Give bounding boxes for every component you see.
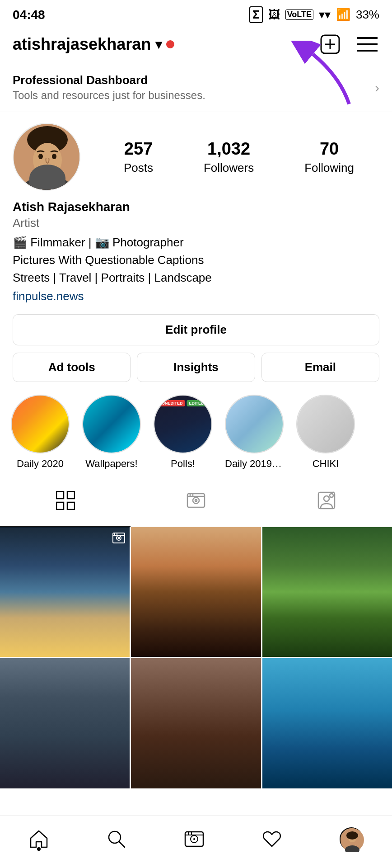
bio-section: Atish Rajasekharan Artist 🎬 Filmmaker | … bbox=[0, 191, 392, 303]
svg-point-9 bbox=[23, 176, 72, 191]
image-icon: 🖼 bbox=[268, 8, 280, 22]
highlight-item[interactable]: Wallpapers! bbox=[82, 395, 141, 470]
following-label: Following bbox=[304, 161, 354, 175]
polls-edited-badge: EDITED bbox=[187, 400, 206, 406]
profile-name: Atish Rajasekharan bbox=[13, 200, 379, 214]
add-icon bbox=[320, 34, 341, 55]
bottom-nav bbox=[0, 815, 392, 868]
hamburger-icon bbox=[357, 36, 378, 52]
svg-rect-14 bbox=[67, 491, 75, 499]
tab-reels[interactable] bbox=[131, 479, 261, 527]
battery-icon: 33% bbox=[356, 8, 379, 22]
tagged-icon bbox=[317, 491, 336, 514]
highlight-label: CHIKI bbox=[313, 458, 339, 470]
live-dot bbox=[166, 40, 174, 48]
svg-point-10 bbox=[33, 143, 62, 177]
highlight-label: Daily 2019! [S2] bbox=[225, 458, 284, 470]
posts-label: Posts bbox=[124, 161, 153, 175]
tab-tagged[interactable] bbox=[261, 479, 392, 527]
following-count: 70 bbox=[320, 139, 339, 160]
highlight-circle bbox=[11, 395, 70, 453]
nav-profile[interactable] bbox=[331, 823, 372, 855]
username-area[interactable]: atishrajasekharan ▾ bbox=[13, 35, 174, 54]
svg-point-37 bbox=[193, 838, 195, 840]
sigma-icon: Σ bbox=[249, 6, 263, 23]
highlight-item[interactable]: Daily 2019! [S2] bbox=[225, 395, 284, 470]
photo-cell[interactable] bbox=[131, 658, 261, 788]
menu-button[interactable] bbox=[355, 34, 379, 54]
pro-dashboard-chevron-icon: › bbox=[375, 80, 379, 95]
email-button[interactable]: Email bbox=[261, 353, 379, 382]
home-active-dot bbox=[37, 847, 41, 851]
photo-cell[interactable] bbox=[0, 527, 130, 657]
nav-profile-avatar bbox=[340, 827, 363, 851]
posts-count: 257 bbox=[124, 139, 153, 160]
tab-grid[interactable] bbox=[0, 479, 131, 527]
highlight-item[interactable]: UNEDITED EDITED Polls! bbox=[154, 395, 212, 470]
svg-point-29 bbox=[118, 538, 120, 539]
reels-nav-icon bbox=[184, 829, 204, 849]
svg-rect-16 bbox=[67, 502, 75, 509]
profile-stats: 257 Posts 1,032 Followers 70 Following bbox=[98, 139, 379, 175]
profile-link[interactable]: finpulse.news bbox=[13, 289, 379, 303]
add-post-button[interactable] bbox=[318, 32, 342, 57]
profile-section: 257 Posts 1,032 Followers 70 Following bbox=[0, 112, 392, 191]
svg-point-12 bbox=[52, 154, 56, 159]
posts-stat[interactable]: 257 Posts bbox=[124, 139, 153, 175]
svg-point-24 bbox=[324, 496, 329, 501]
highlight-label: Daily 2020 bbox=[17, 458, 64, 470]
highlight-circle bbox=[296, 395, 355, 453]
photo-cell[interactable] bbox=[0, 658, 130, 788]
pro-dashboard-banner[interactable]: Professional Dashboard Tools and resourc… bbox=[0, 63, 392, 112]
svg-point-25 bbox=[330, 494, 333, 497]
profile-category: Artist bbox=[13, 216, 379, 230]
photo-grid bbox=[0, 527, 392, 788]
highlight-item[interactable]: CHIKI bbox=[296, 395, 355, 470]
highlights-section: Daily 2020 Wallpapers! UNEDITED EDITED P… bbox=[0, 382, 392, 479]
photo-cell[interactable] bbox=[262, 527, 392, 657]
nav-avatar-svg bbox=[341, 828, 364, 852]
edit-profile-button[interactable]: Edit profile bbox=[13, 314, 379, 345]
username-text: atishrajasekharan bbox=[13, 35, 151, 54]
photo-cell[interactable] bbox=[131, 527, 261, 657]
nav-activity[interactable] bbox=[253, 825, 291, 854]
svg-rect-15 bbox=[56, 502, 64, 509]
action-buttons: Edit profile Ad tools Insights Email bbox=[0, 303, 392, 382]
header-actions bbox=[318, 32, 379, 57]
pro-dashboard-text: Professional Dashboard Tools and resourc… bbox=[13, 73, 205, 102]
username-chevron-icon[interactable]: ▾ bbox=[155, 37, 162, 52]
nav-reels[interactable] bbox=[175, 825, 213, 854]
avatar-svg bbox=[14, 124, 80, 191]
highlight-circle bbox=[225, 395, 284, 453]
photo-cell[interactable] bbox=[262, 658, 392, 788]
status-icons: Σ 🖼 VoLTE ▾▾ 📶 33% bbox=[249, 6, 379, 23]
svg-point-44 bbox=[346, 831, 358, 840]
followers-count: 1,032 bbox=[207, 139, 250, 160]
ad-tools-button[interactable]: Ad tools bbox=[13, 353, 131, 382]
insights-button[interactable]: Insights bbox=[137, 353, 255, 382]
heart-icon bbox=[262, 829, 282, 849]
highlight-circle: UNEDITED EDITED bbox=[154, 395, 212, 453]
secondary-buttons-row: Ad tools Insights Email bbox=[13, 353, 379, 382]
svg-point-11 bbox=[38, 154, 43, 159]
reels-tab-icon bbox=[187, 491, 205, 514]
highlight-circle bbox=[82, 395, 141, 453]
nav-home[interactable] bbox=[20, 825, 58, 854]
followers-stat[interactable]: 1,032 Followers bbox=[204, 139, 254, 175]
svg-rect-13 bbox=[56, 491, 64, 499]
status-time: 04:48 bbox=[13, 8, 45, 22]
pro-dashboard-subtitle: Tools and resources just for businesses. bbox=[13, 89, 205, 102]
grid-icon bbox=[56, 491, 75, 514]
volte-icon: VoLTE bbox=[285, 9, 313, 20]
content-tabs bbox=[0, 479, 392, 527]
highlight-label: Wallpapers! bbox=[85, 458, 137, 470]
profile-top: 257 Posts 1,032 Followers 70 Following bbox=[13, 123, 379, 191]
avatar[interactable] bbox=[13, 123, 80, 191]
profile-header: atishrajasekharan ▾ bbox=[0, 28, 392, 63]
highlight-item[interactable]: Daily 2020 bbox=[11, 395, 70, 470]
nav-search[interactable] bbox=[98, 825, 135, 854]
home-icon bbox=[29, 829, 49, 849]
profile-bio: 🎬 Filmmaker | 📷 PostsPhotographer Pictur… bbox=[13, 234, 379, 287]
polls-unedited-badge: UNEDITED bbox=[159, 400, 185, 406]
following-stat[interactable]: 70 Following bbox=[304, 139, 354, 175]
